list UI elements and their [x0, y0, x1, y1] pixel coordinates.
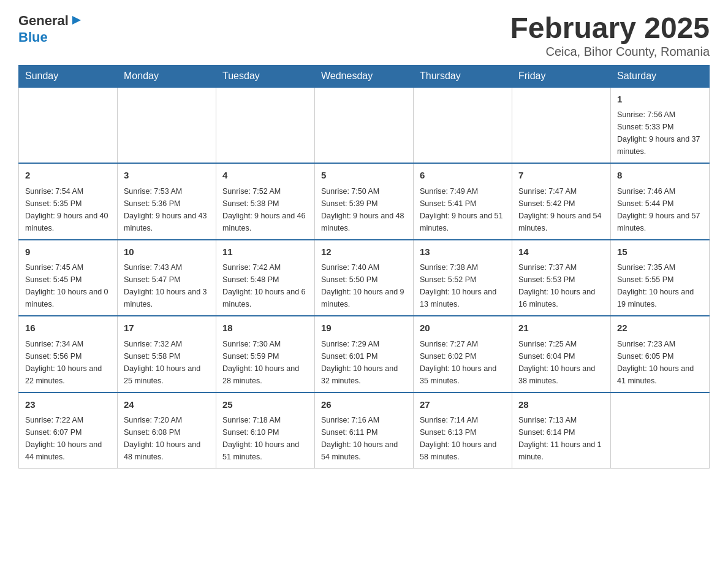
calendar-day-cell: 16Sunrise: 7:34 AMSunset: 5:56 PMDayligh… [19, 316, 118, 393]
day-number: 3 [124, 169, 210, 183]
day-number: 17 [124, 321, 210, 335]
day-number: 7 [518, 169, 604, 183]
logo-blue-text: Blue [18, 29, 48, 45]
calendar-week-row: 16Sunrise: 7:34 AMSunset: 5:56 PMDayligh… [19, 316, 710, 393]
day-number: 23 [25, 398, 111, 412]
day-info: Sunrise: 7:40 AMSunset: 5:50 PMDaylight:… [321, 263, 404, 308]
day-number: 26 [321, 398, 407, 412]
calendar-day-cell: 18Sunrise: 7:30 AMSunset: 5:59 PMDayligh… [216, 316, 315, 393]
calendar-day-cell: 21Sunrise: 7:25 AMSunset: 6:04 PMDayligh… [512, 316, 611, 393]
calendar-day-cell: 9Sunrise: 7:45 AMSunset: 5:45 PMDaylight… [19, 240, 118, 316]
day-info: Sunrise: 7:30 AMSunset: 5:59 PMDaylight:… [222, 340, 299, 385]
calendar-day-cell: 20Sunrise: 7:27 AMSunset: 6:02 PMDayligh… [414, 316, 512, 393]
calendar-week-row: 23Sunrise: 7:22 AMSunset: 6:07 PMDayligh… [19, 393, 710, 469]
day-number: 12 [321, 245, 407, 259]
calendar-day-cell: 13Sunrise: 7:38 AMSunset: 5:52 PMDayligh… [414, 240, 512, 316]
day-of-week-header: Monday [118, 65, 216, 87]
day-of-week-header: Friday [512, 65, 611, 87]
day-info: Sunrise: 7:35 AMSunset: 5:55 PMDaylight:… [617, 263, 694, 308]
calendar-day-cell [414, 87, 512, 164]
day-of-week-header: Saturday [611, 65, 710, 87]
day-number: 27 [420, 398, 506, 412]
day-info: Sunrise: 7:22 AMSunset: 6:07 PMDaylight:… [25, 416, 102, 461]
calendar-day-cell: 15Sunrise: 7:35 AMSunset: 5:55 PMDayligh… [611, 240, 710, 316]
day-info: Sunrise: 7:34 AMSunset: 5:56 PMDaylight:… [25, 340, 102, 385]
day-info: Sunrise: 7:27 AMSunset: 6:02 PMDaylight:… [420, 340, 496, 385]
calendar-day-cell: 23Sunrise: 7:22 AMSunset: 6:07 PMDayligh… [19, 393, 118, 469]
day-info: Sunrise: 7:23 AMSunset: 6:05 PMDaylight:… [617, 340, 694, 385]
day-info: Sunrise: 7:42 AMSunset: 5:48 PMDaylight:… [222, 263, 306, 308]
logo-general-text: General [18, 13, 69, 29]
day-number: 14 [518, 245, 604, 259]
calendar-day-cell: 24Sunrise: 7:20 AMSunset: 6:08 PMDayligh… [118, 393, 216, 469]
calendar-day-cell: 12Sunrise: 7:40 AMSunset: 5:50 PMDayligh… [315, 240, 414, 316]
svg-marker-0 [72, 16, 81, 25]
day-number: 5 [321, 169, 407, 183]
day-number: 4 [222, 169, 308, 183]
day-number: 25 [222, 398, 308, 412]
day-info: Sunrise: 7:49 AMSunset: 5:41 PMDaylight:… [420, 187, 503, 232]
calendar-week-row: 9Sunrise: 7:45 AMSunset: 5:45 PMDaylight… [19, 240, 710, 316]
day-info: Sunrise: 7:13 AMSunset: 6:14 PMDaylight:… [518, 416, 602, 461]
day-number: 8 [617, 169, 703, 183]
logo: General Blue [18, 12, 83, 45]
day-info: Sunrise: 7:32 AMSunset: 5:58 PMDaylight:… [124, 340, 200, 385]
calendar-day-cell [611, 393, 710, 469]
day-of-week-header: Wednesday [315, 65, 414, 87]
day-number: 24 [124, 398, 210, 412]
day-info: Sunrise: 7:16 AMSunset: 6:11 PMDaylight:… [321, 416, 398, 461]
logo-arrow-icon [70, 13, 83, 27]
calendar-header-row: SundayMondayTuesdayWednesdayThursdayFrid… [19, 65, 710, 87]
calendar-week-row: 2Sunrise: 7:54 AMSunset: 5:35 PMDaylight… [19, 163, 710, 240]
day-number: 28 [518, 398, 604, 412]
day-of-week-header: Thursday [414, 65, 512, 87]
day-number: 19 [321, 321, 407, 335]
day-info: Sunrise: 7:45 AMSunset: 5:45 PMDaylight:… [25, 263, 108, 308]
calendar-day-cell: 27Sunrise: 7:14 AMSunset: 6:13 PMDayligh… [414, 393, 512, 469]
day-number: 11 [222, 245, 308, 259]
calendar-day-cell: 19Sunrise: 7:29 AMSunset: 6:01 PMDayligh… [315, 316, 414, 393]
calendar-day-cell: 25Sunrise: 7:18 AMSunset: 6:10 PMDayligh… [216, 393, 315, 469]
calendar-day-cell: 5Sunrise: 7:50 AMSunset: 5:39 PMDaylight… [315, 163, 414, 240]
calendar-day-cell: 6Sunrise: 7:49 AMSunset: 5:41 PMDaylight… [414, 163, 512, 240]
day-number: 13 [420, 245, 506, 259]
day-number: 1 [617, 93, 703, 107]
day-info: Sunrise: 7:47 AMSunset: 5:42 PMDaylight:… [518, 187, 602, 232]
day-info: Sunrise: 7:25 AMSunset: 6:04 PMDaylight:… [518, 340, 595, 385]
day-info: Sunrise: 7:50 AMSunset: 5:39 PMDaylight:… [321, 187, 404, 232]
day-info: Sunrise: 7:18 AMSunset: 6:10 PMDaylight:… [222, 416, 299, 461]
calendar-day-cell [118, 87, 216, 164]
calendar-day-cell: 8Sunrise: 7:46 AMSunset: 5:44 PMDaylight… [611, 163, 710, 240]
day-info: Sunrise: 7:37 AMSunset: 5:53 PMDaylight:… [518, 263, 595, 308]
day-info: Sunrise: 7:29 AMSunset: 6:01 PMDaylight:… [321, 340, 398, 385]
day-number: 22 [617, 321, 703, 335]
calendar-day-cell: 3Sunrise: 7:53 AMSunset: 5:36 PMDaylight… [118, 163, 216, 240]
day-info: Sunrise: 7:38 AMSunset: 5:52 PMDaylight:… [420, 263, 496, 308]
day-number: 6 [420, 169, 506, 183]
day-of-week-header: Sunday [19, 65, 118, 87]
calendar-day-cell: 2Sunrise: 7:54 AMSunset: 5:35 PMDaylight… [19, 163, 118, 240]
calendar-day-cell: 22Sunrise: 7:23 AMSunset: 6:05 PMDayligh… [611, 316, 710, 393]
calendar-day-cell: 10Sunrise: 7:43 AMSunset: 5:47 PMDayligh… [118, 240, 216, 316]
day-number: 10 [124, 245, 210, 259]
day-info: Sunrise: 7:56 AMSunset: 5:33 PMDaylight:… [617, 110, 700, 156]
page-header: General Blue February 2025 Ceica, Bihor … [18, 12, 710, 59]
calendar-day-cell [315, 87, 414, 164]
day-of-week-header: Tuesday [216, 65, 315, 87]
day-number: 20 [420, 321, 506, 335]
day-info: Sunrise: 7:53 AMSunset: 5:36 PMDaylight:… [124, 187, 207, 232]
day-number: 9 [25, 245, 111, 259]
calendar-day-cell: 11Sunrise: 7:42 AMSunset: 5:48 PMDayligh… [216, 240, 315, 316]
day-info: Sunrise: 7:43 AMSunset: 5:47 PMDaylight:… [124, 263, 207, 308]
day-info: Sunrise: 7:52 AMSunset: 5:38 PMDaylight:… [222, 187, 306, 232]
day-number: 2 [25, 169, 111, 183]
calendar-week-row: 1Sunrise: 7:56 AMSunset: 5:33 PMDaylight… [19, 87, 710, 164]
calendar-day-cell [512, 87, 611, 164]
calendar-subtitle: Ceica, Bihor County, Romania [510, 45, 710, 59]
day-info: Sunrise: 7:54 AMSunset: 5:35 PMDaylight:… [25, 187, 108, 232]
day-info: Sunrise: 7:20 AMSunset: 6:08 PMDaylight:… [124, 416, 200, 461]
calendar-day-cell: 26Sunrise: 7:16 AMSunset: 6:11 PMDayligh… [315, 393, 414, 469]
calendar-title: February 2025 [510, 12, 710, 45]
calendar-day-cell [216, 87, 315, 164]
calendar-day-cell: 17Sunrise: 7:32 AMSunset: 5:58 PMDayligh… [118, 316, 216, 393]
